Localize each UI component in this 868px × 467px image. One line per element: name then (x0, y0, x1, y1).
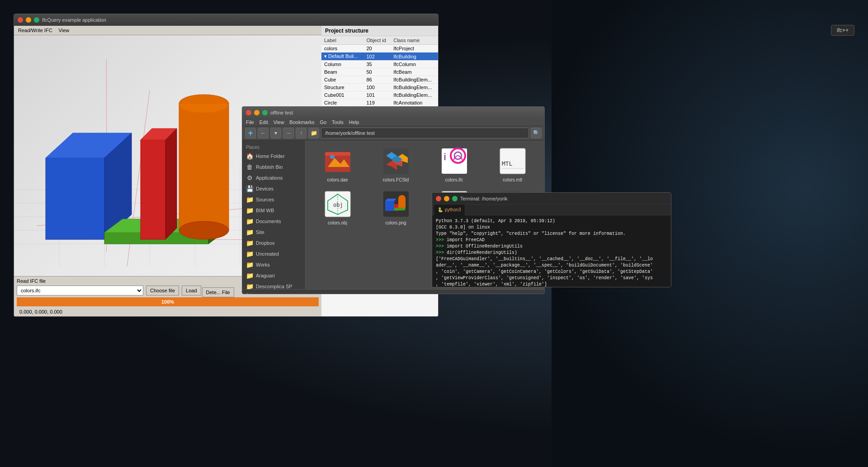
term-line-4: >>> import FreeCAD (436, 237, 667, 243)
apps-icon: ⚙ (246, 174, 253, 181)
status-text: 8 items (246, 292, 262, 295)
row-id: 35 (363, 61, 391, 68)
fm-menu-view[interactable]: View (274, 119, 284, 125)
menu-view[interactable]: View (57, 27, 71, 33)
file-icon-ifc: i (440, 147, 469, 176)
fm-menu-help[interactable]: Help (349, 119, 359, 125)
sidebar-item-sources[interactable]: 📁 Sources (242, 194, 305, 205)
file-colors-fcstd[interactable]: colors.FCStd (368, 145, 423, 184)
terminal-content[interactable]: Python 3.7.3 (default, Apr 3 2019, 05:39… (432, 215, 671, 287)
row-class: IfcBuildingElem... (391, 91, 438, 99)
devices-icon: 💾 (246, 185, 253, 192)
file-colors-obj[interactable]: obj colors.obj (310, 188, 365, 232)
row-class: IfcBuilding (391, 52, 438, 61)
sidebar-item-araguari[interactable]: 📁 Araguari (242, 270, 305, 281)
progress-label: 100% (161, 299, 174, 305)
folder-icon: 📁 (308, 128, 319, 138)
coords-bar: 0.000, 0.000, 0.000 (17, 308, 319, 315)
file-colors-png[interactable]: colors.png (368, 188, 423, 232)
file-selector[interactable]: colors.ifc (17, 286, 143, 295)
file-colors-ifc[interactable]: i colors.ifc (427, 145, 481, 184)
table-row[interactable]: Cube 86 IfcBuildingElem... (321, 76, 438, 84)
table-row[interactable]: Cube001 101 IfcBuildingElem... (321, 91, 438, 99)
table-row[interactable]: Circle 119 IfcAnnotation (321, 99, 438, 107)
close-btn-ifc[interactable] (18, 17, 23, 23)
sidebar-item-bimwb[interactable]: 📁 BIM WB (242, 205, 305, 216)
search-button[interactable]: 🔍 (531, 128, 542, 138)
max-btn-ifc[interactable] (34, 17, 39, 23)
min-btn-fm[interactable] (254, 110, 259, 115)
detect-file-button[interactable]: Dete... File (202, 287, 234, 297)
fm-menu-edit[interactable]: Edit (259, 119, 268, 125)
sidebar-label-site: Site (256, 229, 264, 235)
row-label: colors (321, 45, 363, 52)
fm-menu-file[interactable]: File (246, 119, 254, 125)
svg-rect-28 (325, 152, 350, 156)
python-icon: 🐍 (438, 207, 443, 212)
table-row[interactable]: Beam 50 IfcBeam (321, 68, 438, 76)
max-btn-fm[interactable] (262, 110, 268, 115)
up-button[interactable]: ↑ (296, 128, 307, 138)
ifc-window-title: IfcQuery example application (42, 17, 434, 23)
fm-menu-bookmarks[interactable]: Bookmarks (289, 119, 314, 125)
sidebar-item-documents[interactable]: 📁 Documents (242, 216, 305, 227)
table-row[interactable]: Structure 100 IfcBuildingElem... (321, 84, 438, 91)
fm-titlebar: offline test (242, 107, 544, 119)
fm-status-bar: 8 items (242, 289, 544, 294)
sidebar-item-home[interactable]: 🏠 Home Folder (242, 151, 305, 162)
close-btn-terminal[interactable] (436, 196, 441, 201)
row-class: IfcProject (391, 45, 438, 52)
file-colors-mtl[interactable]: MTL colors.mtl (485, 145, 540, 184)
file-icon-obj: obj (323, 190, 352, 219)
file-colors-dae[interactable]: colors.dae (310, 145, 365, 184)
min-btn-terminal[interactable] (444, 196, 449, 201)
menu-read-write-ifc[interactable]: Read/Write IFC (17, 27, 54, 33)
svg-marker-20 (165, 129, 177, 239)
load-button[interactable]: Load (182, 286, 201, 295)
row-id: 119 (363, 99, 391, 107)
terminal-window: Terminal: /home/yorik 🐍 python3 Python 3… (432, 192, 671, 287)
file-name-mtl: colors.mtl (503, 177, 522, 182)
project-structure-title: Project structure (321, 26, 438, 36)
sidebar-item-dropbox[interactable]: 📁 Dropbox (242, 238, 305, 248)
svg-point-23 (179, 221, 229, 239)
forward-button[interactable]: → (283, 128, 294, 138)
row-id: 101 (363, 91, 391, 99)
row-label: Circle (321, 99, 363, 107)
row-id: 86 (363, 76, 391, 84)
documents-icon: 📁 (246, 218, 253, 225)
path-bar[interactable]: /home/yorik/offline test (321, 128, 529, 138)
fm-menu-go[interactable]: Go (320, 119, 326, 125)
svg-text:i: i (443, 151, 446, 162)
term-line-2: [GCC 8.3.0] on linux (436, 224, 667, 231)
choose-file-button[interactable]: Choose file (146, 286, 179, 295)
sidebar-item-rubbish[interactable]: 🗑 Rubbish Bin (242, 162, 305, 172)
term-line-6: >>> dir(OfflineRenderingUtils) (436, 250, 667, 256)
svg-text:obj: obj (333, 202, 343, 208)
table-row[interactable]: colors 20 IfcProject (321, 45, 438, 52)
back-button[interactable]: ← (258, 128, 269, 138)
sidebar-item-devices[interactable]: 💾 Devices (242, 183, 305, 194)
max-btn-terminal[interactable] (452, 196, 458, 201)
sidebar-item-site[interactable]: 📁 Site (242, 227, 305, 238)
ifcpp-window[interactable]: ifc++ (831, 25, 854, 36)
fm-menu-tools[interactable]: Tools (332, 119, 344, 125)
sidebar-item-works[interactable]: 📁 Works (242, 259, 305, 270)
table-row-selected[interactable]: ▾ Default Buil... 102 IfcBuilding (321, 52, 438, 61)
terminal-tab-python[interactable]: 🐍 python3 (434, 205, 465, 215)
dropdown-button[interactable]: ▾ (270, 128, 281, 138)
term-line-11: , 'tempfile', 'viewer', 'xml', 'zipfile'… (436, 281, 667, 287)
file-name-ifc: colors.ifc (445, 177, 463, 182)
sidebar-label-araguari: Araguari (256, 273, 275, 278)
close-btn-fm[interactable] (246, 110, 251, 115)
sidebar-item-applications[interactable]: ⚙ Applications (242, 172, 305, 183)
add-button[interactable]: + (245, 128, 256, 138)
min-btn-ifc[interactable] (26, 17, 31, 23)
sidebar-item-descomplica[interactable]: 📁 Descomplica SP (242, 281, 305, 289)
row-label: ▾ Default Buil... (321, 52, 363, 61)
table-row[interactable]: Column 35 IfcColumn (321, 61, 438, 68)
row-label: Cube001 (321, 91, 363, 99)
sidebar-label-home: Home Folder (256, 153, 285, 159)
sidebar-item-uncreated[interactable]: 📁 Uncreated (242, 248, 305, 259)
terminal-tab-bar: 🐍 python3 (432, 205, 671, 215)
